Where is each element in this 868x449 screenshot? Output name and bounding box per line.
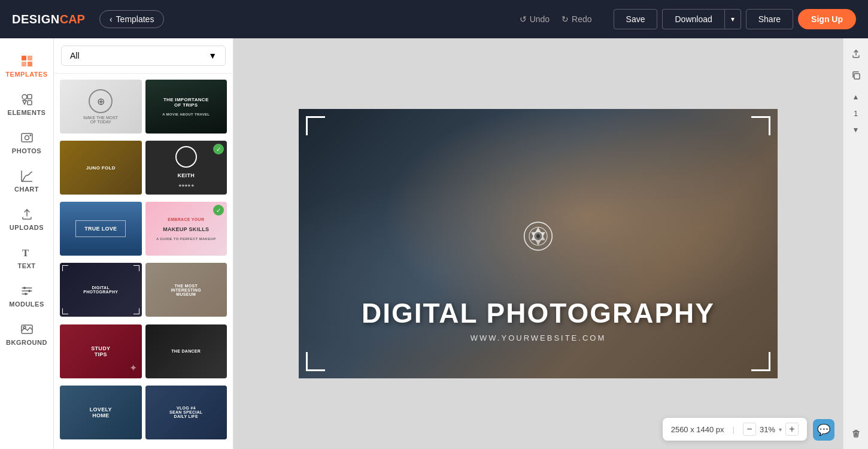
svg-point-4 xyxy=(22,95,27,99)
canvas-dimensions: 2560 x 1440 px xyxy=(671,425,724,434)
upload-tool-button[interactable] xyxy=(846,44,866,63)
right-toolbar: ▲ 1 ▼ xyxy=(843,38,868,449)
undo-button[interactable]: ↺ Undo xyxy=(520,14,550,24)
undo-redo-group: ↺ Undo ↻ Redo xyxy=(520,14,592,24)
header: DESIGNCAP ‹ Templates ↺ Undo ↻ Redo Save… xyxy=(0,0,868,38)
chevron-down-icon: ▼ xyxy=(852,126,860,134)
truelove-box: TRUE LOVE xyxy=(75,220,126,237)
sidebar-text-label: TEXT xyxy=(17,262,35,269)
museum-title: THE MOSTINTERESTINGMUSEUM xyxy=(169,281,204,299)
sidebar-item-templates[interactable]: TEMPLATES xyxy=(3,48,51,84)
template-inner-9: STUDYTIPS ✦ xyxy=(60,324,142,378)
sidebar-bkground-label: BKGROUND xyxy=(6,339,47,346)
signup-button[interactable]: Sign Up xyxy=(798,9,856,29)
sidebar-item-modules[interactable]: MODULES xyxy=(3,278,51,314)
zoom-out-button[interactable]: − xyxy=(743,423,756,436)
logo-design-text: DESIGN xyxy=(12,13,60,26)
sidebar-uploads-label: UPLOADS xyxy=(10,224,44,231)
trash-icon xyxy=(851,429,861,438)
save-button[interactable]: Save xyxy=(614,9,658,29)
template-inner-1: ⊕ MAKE THE MOSTOF TODAY xyxy=(60,80,142,134)
template-item-10[interactable]: THE DANCER xyxy=(145,324,227,378)
trips-title: THE IMPORTANCEOF TRIPS xyxy=(161,95,211,110)
svg-rect-0 xyxy=(22,56,26,60)
template-inner-12: VLOG #4SEAN SPECIALDAILY LIFE xyxy=(145,386,227,439)
studytips-decoration: ✦ xyxy=(129,362,137,374)
template-item-9[interactable]: STUDYTIPS ✦ xyxy=(60,324,142,378)
svg-rect-3 xyxy=(28,62,32,66)
photos-icon xyxy=(20,131,34,145)
uploads-icon xyxy=(20,207,34,222)
zoom-dropdown-icon: ▾ xyxy=(779,426,782,433)
chevron-down-icon: ▾ xyxy=(731,15,735,23)
compass-graphic: ⊕ xyxy=(89,89,113,113)
elements-icon xyxy=(20,92,34,107)
sidebar-item-chart[interactable]: CHART xyxy=(3,163,51,199)
sidebar-item-photos[interactable]: PHOTOS xyxy=(3,125,51,160)
sidebar: TEMPLATES ELEMENTS xyxy=(0,38,54,449)
bracket-br-small xyxy=(133,308,139,314)
templates-grid: ⊕ MAKE THE MOSTOF TODAY THE IMPORTANCEOF… xyxy=(54,74,233,449)
sidebar-item-text[interactable]: T TEXT xyxy=(3,239,51,275)
template-inner-3: JUNO FOLD xyxy=(60,141,142,195)
canvas-wrapper: DIGITAL PHOTOGRAPHY WWW.YOURWEBSITE.COM xyxy=(299,109,778,378)
svg-rect-25 xyxy=(854,74,860,79)
bracket-bl-small xyxy=(62,308,68,314)
template-item-12[interactable]: VLOG #4SEAN SPECIALDAILY LIFE xyxy=(145,386,227,439)
sidebar-item-uploads[interactable]: UPLOADS xyxy=(3,201,51,237)
canvas-area: DIGITAL PHOTOGRAPHY WWW.YOURWEBSITE.COM … xyxy=(233,38,843,449)
canvas-frame[interactable]: DIGITAL PHOTOGRAPHY WWW.YOURWEBSITE.COM xyxy=(299,109,778,378)
template-item-8[interactable]: THE MOSTINTERESTINGMUSEUM xyxy=(145,263,227,317)
sidebar-modules-label: MODULES xyxy=(9,301,44,308)
redo-button[interactable]: ↻ Redo xyxy=(562,14,591,24)
sean-title: VLOG #4SEAN SPECIALDAILY LIFE xyxy=(167,404,205,421)
sidebar-item-bkground[interactable]: BKGROUND xyxy=(3,316,51,352)
copy-tool-button[interactable] xyxy=(846,66,866,85)
template-item-5[interactable]: TRUE LOVE xyxy=(60,202,142,256)
studytips-title: STUDYTIPS xyxy=(89,343,113,360)
main-layout: TEMPLATES ELEMENTS xyxy=(0,38,868,449)
delete-tool-button[interactable] xyxy=(846,424,866,443)
digiphoto-title: DIGITALPHOTOGRAPHY xyxy=(81,283,120,296)
chevron-down-button[interactable]: ▼ xyxy=(846,120,866,139)
template-item-7[interactable]: DIGITALPHOTOGRAPHY xyxy=(60,263,142,317)
template-inner-11: LOVELYHOME xyxy=(60,386,142,439)
makeup-title: MAKEUP SKILLS xyxy=(160,224,211,235)
text-icon: T xyxy=(20,245,34,260)
template-inner-2: THE IMPORTANCEOF TRIPS A movie about tra… xyxy=(145,80,227,134)
download-group: Download ▾ xyxy=(662,9,740,29)
template-item-6[interactable]: EMBRACE YOUR MAKEUP SKILLS A guide to pe… xyxy=(145,202,227,256)
chat-button[interactable]: 💬 xyxy=(813,419,834,441)
keith-stars: ★★★★★ xyxy=(176,181,197,190)
templates-panel: All ▼ ⊕ MAKE THE MOSTOF TODAY THE IMPORT… xyxy=(54,38,233,449)
template-item-4[interactable]: KEITH ★★★★★ ✓ xyxy=(145,141,227,195)
sidebar-elements-label: ELEMENTS xyxy=(8,109,46,116)
download-dropdown-button[interactable]: ▾ xyxy=(724,9,741,29)
svg-point-19 xyxy=(25,293,27,295)
trips-subtitle: A movie about travel xyxy=(160,110,212,119)
bracket-tl-small xyxy=(62,265,68,271)
templates-panel-header: All ▼ xyxy=(54,38,233,74)
share-button[interactable]: Share xyxy=(746,9,793,29)
canvas-subtitle: WWW.YOURWEBSITE.COM xyxy=(471,333,606,342)
chevron-up-icon: ▲ xyxy=(852,93,860,101)
zoom-in-button[interactable]: + xyxy=(785,423,799,436)
template-item-2[interactable]: THE IMPORTANCEOF TRIPS A movie about tra… xyxy=(145,80,227,134)
sidebar-item-elements[interactable]: ELEMENTS xyxy=(3,86,51,122)
page-number: 1 xyxy=(854,109,858,118)
templates-button[interactable]: ‹ Templates xyxy=(99,10,164,28)
templates-icon xyxy=(20,54,34,68)
filter-dropdown[interactable]: All ▼ xyxy=(61,45,226,66)
chart-icon xyxy=(20,169,34,183)
svg-rect-2 xyxy=(22,62,26,66)
svg-point-10 xyxy=(29,135,31,136)
template-item-1[interactable]: ⊕ MAKE THE MOSTOF TODAY xyxy=(60,80,142,134)
template-item-11[interactable]: LOVELYHOME xyxy=(60,386,142,439)
download-button[interactable]: Download xyxy=(662,9,724,29)
logo: DESIGNCAP xyxy=(12,13,85,26)
chevron-up-button[interactable]: ▲ xyxy=(846,87,866,107)
sidebar-photos-label: PHOTOS xyxy=(12,147,41,154)
zoom-level: 31% xyxy=(760,425,775,434)
keith-title: KEITH xyxy=(175,170,198,181)
template-item-3[interactable]: JUNO FOLD xyxy=(60,141,142,195)
